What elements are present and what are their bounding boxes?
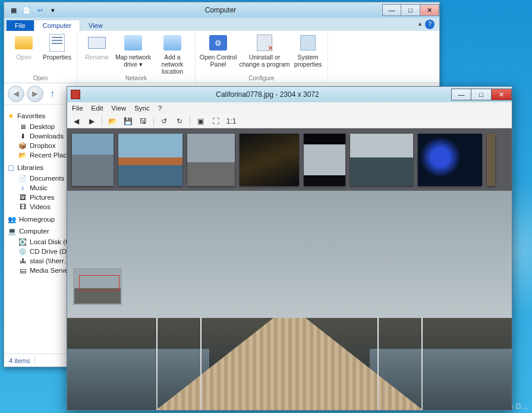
desktop-icon: 🖥 bbox=[18, 122, 27, 131]
ribbon-open-button[interactable]: Open bbox=[8, 33, 40, 61]
qat-properties-icon[interactable]: ▦ bbox=[8, 5, 20, 15]
sidebar-item-pictures[interactable]: 🖼Pictures bbox=[7, 193, 74, 202]
thumbnail-strip[interactable] bbox=[67, 128, 512, 191]
ribbon-tab-file[interactable]: File bbox=[7, 20, 34, 31]
sidebar-item-network-share[interactable]: 🖧stasi (\\herr… bbox=[7, 256, 74, 266]
quick-access-toolbar: ▦ 📄 ↩ ▾ bbox=[8, 5, 59, 15]
sidebar-heading-computer[interactable]: 💻Computer bbox=[8, 227, 74, 235]
sidebar-item-downloads[interactable]: ⬇Downloads bbox=[7, 131, 74, 141]
thumbnail-selected[interactable] bbox=[187, 134, 235, 186]
qat-dropdown-icon[interactable]: ▾ bbox=[47, 5, 59, 15]
viewer-maximize-button[interactable]: □ bbox=[471, 89, 492, 100]
sidebar-item-music[interactable]: ♪Music bbox=[7, 183, 74, 193]
libraries-icon: ▢ bbox=[8, 163, 14, 172]
network-drive-icon: 🖧 bbox=[18, 257, 27, 265]
menu-sync[interactable]: Sync bbox=[134, 105, 150, 112]
ribbon-tab-view[interactable]: View bbox=[80, 20, 111, 31]
viewer-menu-bar: File Edit View Sync ? bbox=[67, 102, 512, 114]
thumbnail[interactable] bbox=[418, 134, 482, 186]
status-separator bbox=[34, 357, 35, 365]
image-viewer-window: Califorina0778.jpg - 2304 x 3072 — □ ✕ F… bbox=[67, 86, 512, 411]
sidebar-heading-favorites[interactable]: Favorites bbox=[8, 112, 74, 120]
cd-icon: 💿 bbox=[18, 247, 27, 256]
main-image-viewport[interactable] bbox=[67, 191, 512, 410]
ribbon-properties-button[interactable]: Properties bbox=[41, 33, 73, 61]
ribbon-system-button[interactable]: System properties bbox=[292, 33, 324, 68]
thumbnail[interactable] bbox=[72, 134, 114, 186]
downloads-icon: ⬇ bbox=[18, 132, 27, 140]
recent-icon: 📂 bbox=[18, 151, 27, 159]
toolbar-divider bbox=[190, 116, 190, 126]
thumbnail[interactable] bbox=[487, 134, 495, 186]
thumbnail[interactable] bbox=[118, 134, 182, 186]
ribbon-body: Open Properties Open Rename Map network … bbox=[4, 31, 439, 83]
ribbon-control-panel-button[interactable]: ⚙Open Control Panel bbox=[199, 33, 237, 68]
ribbon-group-configure: ⚙Open Control Panel Uninstall or change … bbox=[196, 31, 328, 83]
qat-undo-icon[interactable]: ↩ bbox=[34, 5, 46, 15]
menu-file[interactable]: File bbox=[72, 105, 83, 112]
menu-edit[interactable]: Edit bbox=[92, 105, 103, 112]
ribbon-add-label: Add a network location bbox=[162, 53, 184, 75]
documents-icon: 📄 bbox=[18, 174, 27, 182]
ribbon-group-open-label: Open bbox=[8, 75, 73, 83]
ribbon-cp-label: Open Control Panel bbox=[200, 53, 237, 68]
thumbnail[interactable] bbox=[304, 134, 345, 186]
navigator-minimap[interactable] bbox=[73, 268, 122, 305]
music-icon: ♪ bbox=[18, 184, 27, 192]
ribbon-map-drive-button[interactable]: Map network drive ▾ bbox=[114, 33, 152, 75]
tool-next-button[interactable]: ▶ bbox=[85, 115, 98, 127]
pictures-icon: 🖼 bbox=[18, 193, 27, 201]
ribbon-group-configure-label: Configure bbox=[199, 75, 324, 83]
tool-slideshow-icon[interactable]: ▣ bbox=[194, 115, 207, 127]
thumbnail[interactable] bbox=[240, 134, 299, 186]
qat-newfolder-icon[interactable]: 📄 bbox=[21, 5, 33, 15]
tool-save-icon[interactable]: 💾 bbox=[121, 115, 134, 127]
sidebar-item-documents[interactable]: 📄Documents bbox=[7, 174, 74, 183]
explorer-close-button[interactable]: ✕ bbox=[420, 4, 439, 16]
viewer-titlebar[interactable]: Califorina0778.jpg - 2304 x 3072 — □ ✕ bbox=[67, 87, 512, 102]
image-rail bbox=[200, 318, 202, 410]
explorer-titlebar[interactable]: ▦ 📄 ↩ ▾ Computer — □ ✕ bbox=[4, 2, 439, 18]
tool-fullscreen-icon[interactable]: ⛶ bbox=[209, 115, 222, 127]
ribbon-rename-label: Rename bbox=[85, 53, 109, 61]
ribbon-collapse-icon[interactable]: ▲ bbox=[417, 21, 423, 27]
explorer-maximize-button[interactable]: □ bbox=[401, 4, 420, 16]
menu-help[interactable]: ? bbox=[158, 105, 162, 112]
sidebar-item-videos[interactable]: 🎞Videos bbox=[7, 202, 74, 212]
sidebar-item-desktop[interactable]: 🖥Desktop bbox=[7, 122, 74, 131]
tool-actualsize-icon[interactable]: 1:1 bbox=[225, 115, 238, 127]
viewer-close-button[interactable]: ✕ bbox=[492, 89, 512, 100]
thumbnail[interactable] bbox=[350, 134, 413, 186]
computer-icon: 💻 bbox=[8, 227, 16, 235]
sidebar-heading-libraries[interactable]: ▢Libraries bbox=[8, 163, 74, 172]
viewer-toolbar: ◀ ▶ 📂 💾 🖫 ↺ ↻ ▣ ⛶ 1:1 bbox=[67, 114, 512, 128]
menu-view[interactable]: View bbox=[111, 105, 126, 112]
tool-prev-button[interactable]: ◀ bbox=[70, 115, 83, 127]
ribbon-group-open: Open Properties Open bbox=[4, 31, 77, 83]
navigation-pane: Favorites 🖥Desktop ⬇Downloads 📦Dropbox 📂… bbox=[4, 105, 77, 354]
nav-back-button[interactable]: ◄ bbox=[8, 86, 24, 102]
tool-saveas-icon[interactable]: 🖫 bbox=[137, 115, 150, 127]
ribbon-rename-button[interactable]: Rename bbox=[81, 33, 113, 75]
nav-forward-button[interactable]: ► bbox=[27, 86, 43, 102]
ribbon-uninstall-button[interactable]: Uninstall or change a program bbox=[238, 33, 291, 68]
status-item-count: 4 items bbox=[9, 357, 30, 364]
image-rail bbox=[156, 318, 158, 410]
toolbar-divider bbox=[102, 116, 102, 126]
sidebar-item-media-server[interactable]: 🖴Media Server bbox=[7, 266, 74, 275]
viewer-minimize-button[interactable]: — bbox=[451, 89, 471, 100]
nav-up-button[interactable]: ↑ bbox=[46, 87, 59, 100]
sidebar-item-recent[interactable]: 📂Recent Places bbox=[7, 150, 74, 160]
tool-rotate-ccw-icon[interactable]: ↺ bbox=[158, 115, 171, 127]
explorer-minimize-button[interactable]: — bbox=[382, 4, 401, 16]
sidebar-heading-homegroup[interactable]: 👥Homegroup bbox=[8, 215, 74, 223]
ribbon-tab-computer[interactable]: Computer bbox=[34, 20, 80, 31]
sidebar-item-cd-drive[interactable]: 💿CD Drive (D:) bbox=[7, 247, 74, 256]
tool-open-icon[interactable]: 📂 bbox=[106, 115, 119, 127]
tool-rotate-cw-icon[interactable]: ↻ bbox=[173, 115, 186, 127]
help-icon[interactable]: ? bbox=[425, 20, 435, 29]
ribbon-open-label: Open bbox=[16, 53, 32, 61]
sidebar-item-local-disk[interactable]: 💽Local Disk (C:) bbox=[7, 237, 74, 247]
sidebar-item-dropbox[interactable]: 📦Dropbox bbox=[7, 141, 74, 150]
ribbon-add-location-button[interactable]: Add a network location bbox=[153, 33, 191, 75]
